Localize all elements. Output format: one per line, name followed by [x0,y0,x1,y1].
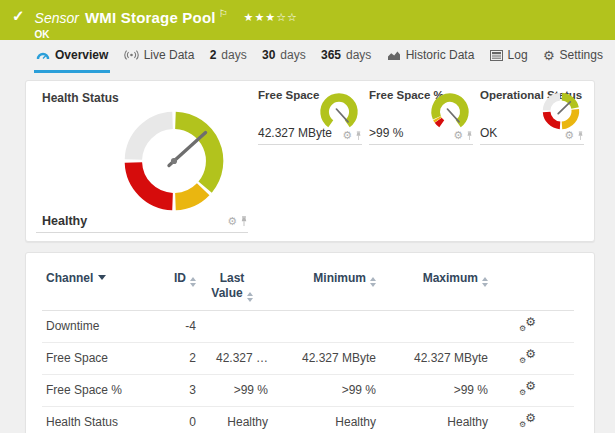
health-status-value: Healthy [42,214,87,228]
column-header-settings [488,267,574,310]
operational-status-gauge [538,87,584,133]
channel-table: Channel ID Last Value Minimum Maximum Do… [42,267,574,433]
tab-number: 365 [321,48,341,62]
tab-label: Log [508,48,528,62]
channel-last-value: >99 % [196,374,268,406]
channel-settings-icon[interactable]: ⚙⚙ [519,318,536,332]
channel-name[interactable]: Free Space [42,342,160,374]
sort-icon [482,277,488,287]
free-space-tile: Free Space 42.327 MByte ⚙ [258,89,362,145]
pin-icon[interactable] [355,131,362,141]
free-space-pct-gauge [427,87,473,133]
tab-number: 30 [262,48,275,62]
sort-icon [247,292,253,302]
health-status-gauge [116,103,232,219]
channel-last-value [196,310,268,342]
table-row-free-space[interactable]: Free Space 2 42.327 … 42.327 MByte 42.32… [42,342,574,374]
channel-id: 0 [160,406,196,433]
tab-label: days [221,48,246,62]
column-header-id[interactable]: ID [160,267,196,310]
tab-2-days[interactable]: 2days [208,40,249,73]
operational-status-tile: Operational Status OK ⚙ [480,89,584,145]
channel-settings-icon[interactable]: ⚙⚙ [519,350,536,364]
sensor-header-text: SensorWMI Storage Pool⚐★★★☆☆ OK [35,5,298,40]
channel-maximum: >99 % [376,374,488,406]
channel-id: 2 [160,342,196,374]
free-space-value: 42.327 MByte [258,126,332,140]
tab-label: Live Data [144,48,195,62]
gauges-card: Health Status Healthy ⚙ [25,80,595,242]
gear-icon[interactable]: ⚙ [227,216,237,227]
free-space-pct-value: >99 % [369,126,403,140]
channel-id: -4 [160,310,196,342]
flag-icon[interactable]: ⚐ [219,8,228,19]
tab-365-days[interactable]: 365days [319,40,373,73]
channel-name[interactable]: Downtime [42,310,160,342]
column-header-channel[interactable]: Channel [42,267,160,310]
channel-minimum [268,310,376,342]
tab-label: days [346,48,371,62]
channel-settings-icon[interactable]: ⚙⚙ [519,382,536,396]
health-status-panel: Health Status Healthy ⚙ [36,89,248,233]
tab-log[interactable]: Log [488,40,530,73]
channel-maximum: 42.327 MByte [376,342,488,374]
pin-icon[interactable] [240,216,248,227]
area-chart-icon [387,50,401,61]
mini-gauge-tiles: Free Space 42.327 MByte ⚙ Free Space % [258,89,584,233]
channel-name[interactable]: Health Status [42,406,160,433]
tab-30-days[interactable]: 30days [260,40,308,73]
table-header-row: Channel ID Last Value Minimum Maximum [42,267,574,310]
tab-label: Historic Data [406,48,475,62]
tab-overview[interactable]: Overview [34,40,110,73]
object-kind-label: Sensor [35,10,79,26]
overview-content: Health Status Healthy ⚙ [0,73,615,433]
star-empty-icons: ☆☆ [276,11,298,23]
gear-icon[interactable]: ⚙ [453,130,463,141]
column-header-minimum[interactable]: Minimum [268,267,376,310]
gear-icon: ⚙ [543,49,555,62]
table-row-free-space-pct[interactable]: Free Space % 3 >99 % >99 % >99 % ⚙⚙ [42,374,574,406]
sort-desc-icon [98,275,106,280]
tab-settings[interactable]: ⚙ Settings [541,40,605,73]
tab-label: Overview [55,48,108,62]
channel-maximum [376,310,488,342]
sort-icon [190,277,196,287]
table-row-downtime[interactable]: Downtime -4 ⚙⚙ [42,310,574,342]
channel-maximum: Healthy [376,406,488,433]
gear-icon[interactable]: ⚙ [564,130,574,141]
pin-icon[interactable] [466,131,473,141]
star-filled-icons: ★★★ [244,11,277,23]
channel-last-value: 42.327 … [196,342,268,374]
sensor-title: WMI Storage Pool [85,9,216,26]
free-space-pct-tile: Free Space % >99 % ⚙ [369,89,473,145]
channel-minimum: >99 % [268,374,376,406]
tab-historic-data[interactable]: Historic Data [385,40,477,73]
sensor-status-text: OK [35,29,298,40]
priority-stars[interactable]: ★★★☆☆ [244,11,298,23]
tab-label: Settings [560,48,603,62]
tab-number: 2 [210,48,217,62]
channel-minimum: 42.327 MByte [268,342,376,374]
channel-settings-icon[interactable]: ⚙⚙ [519,414,536,428]
table-row-health-status[interactable]: Health Status 0 Healthy Healthy Healthy … [42,406,574,433]
sort-icon [370,277,376,287]
tab-label: days [280,48,305,62]
log-icon [490,50,503,61]
pin-icon[interactable] [577,131,584,141]
sensor-header: ✓ SensorWMI Storage Pool⚐★★★☆☆ OK [0,0,615,40]
channel-last-value: Healthy [196,406,268,433]
operational-status-value: OK [480,126,497,140]
prtg-sensor-page: ✓ SensorWMI Storage Pool⚐★★★☆☆ OK Overvi… [0,0,615,433]
channel-name[interactable]: Free Space % [42,374,160,406]
channel-id: 3 [160,374,196,406]
gear-icon[interactable]: ⚙ [342,130,352,141]
column-header-maximum[interactable]: Maximum [376,267,488,310]
status-ok-check-icon: ✓ [12,7,25,25]
tab-live-data[interactable]: Live Data [122,40,197,73]
channel-minimum: Healthy [268,406,376,433]
sensor-tabbar: Overview Live Data 2days 30days 365days … [0,40,615,73]
live-data-icon [124,50,139,60]
channels-card: Channel ID Last Value Minimum Maximum Do… [25,252,595,433]
gauge-icon [36,50,50,61]
column-header-last-value[interactable]: Last Value [196,267,268,310]
